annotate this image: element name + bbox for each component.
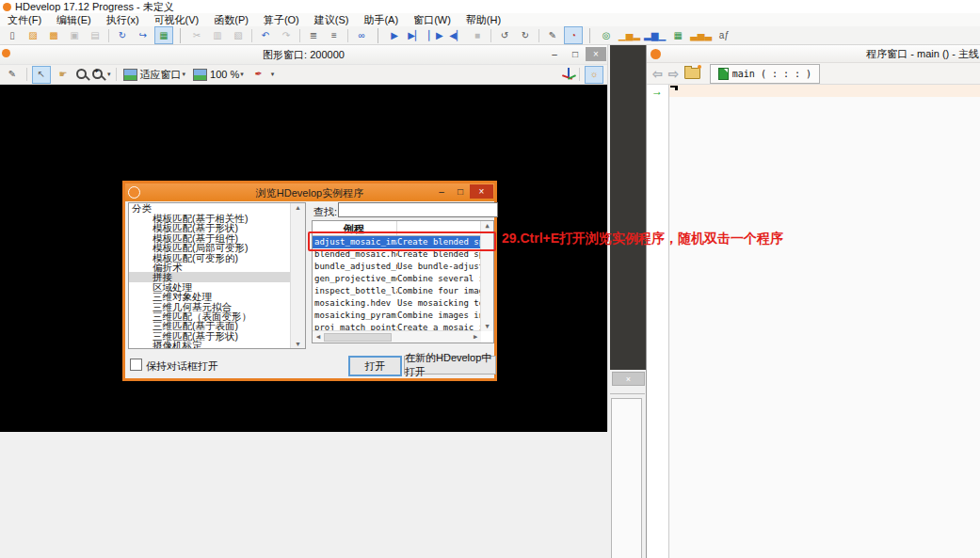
table-row-selected[interactable]: adjust_mosaic_ima… Create blended sphe… <box>313 236 493 248</box>
cursor-tool-icon[interactable]: ↖ <box>32 66 51 84</box>
fit-mode-combo[interactable]: 适应窗口 ▾ <box>120 66 190 83</box>
scroll-down-icon[interactable]: ▼ <box>481 323 493 330</box>
menu-file[interactable]: 文件(F) <box>0 13 49 26</box>
reset-program-icon[interactable]: ↺ <box>495 26 514 44</box>
tab-main[interactable]: main ( : : : ) <box>710 64 820 84</box>
category-item[interactable]: 三维对象处理 <box>129 292 305 301</box>
toolbar-separator <box>589 28 590 43</box>
maximize-button[interactable]: □ <box>565 47 586 61</box>
menu-procedures[interactable]: 函数(P) <box>206 13 256 26</box>
scroll-left-icon[interactable]: ◀ <box>313 333 323 341</box>
zoom-window-icon[interactable]: ▦ <box>668 26 687 44</box>
copy-icon[interactable]: ▥ <box>208 26 227 44</box>
magnify-tool-icon[interactable] <box>74 67 89 82</box>
editor-gutter[interactable]: → <box>647 85 669 558</box>
graphics-window-titlebar[interactable]: 图形窗口: 200000 – □ × <box>0 45 607 65</box>
table-row[interactable]: mosaicking.hdev Use mosaicking to m… <box>313 297 493 310</box>
edit-mode-icon[interactable]: ✎ <box>543 26 562 44</box>
back-icon[interactable]: ⇦ <box>652 67 663 81</box>
scroll-right-icon[interactable]: ▶ <box>471 333 480 341</box>
capture-window-icon[interactable]: ▦ <box>154 26 173 44</box>
scroll-down-icon[interactable]: ▼ <box>291 341 305 347</box>
chevron-down-icon[interactable]: ▾ <box>271 71 275 78</box>
lighting-tool-icon[interactable]: ☼ <box>585 66 603 84</box>
close-button[interactable]: × <box>586 47 606 61</box>
table-row[interactable]: bundle_adjusted_m… Use bundle-adjusted <box>313 261 493 273</box>
export-icon[interactable]: ↻ <box>113 26 132 44</box>
reset-execution-icon[interactable]: ↻ <box>516 26 535 44</box>
step-out-icon[interactable]: ◀▏ <box>447 26 466 44</box>
scroll-up-icon[interactable]: ▲ <box>291 204 305 211</box>
minimize-button[interactable]: – <box>544 47 565 61</box>
inspect-image-icon[interactable]: ◎ <box>597 26 616 44</box>
color-tool-icon[interactable]: ✒ <box>249 66 268 84</box>
font-viewer-icon[interactable]: aƒ <box>715 26 733 44</box>
program-window-titlebar[interactable]: 程序窗口 - main () - 主线 <box>647 45 980 63</box>
menu-visualization[interactable]: 可视化(V) <box>147 13 207 26</box>
zoom-level-combo[interactable]: 100 % ▾ <box>190 66 248 83</box>
table-row[interactable]: mosaicking_pyrami… Combine images into <box>313 310 493 322</box>
pan-tool-icon[interactable]: ☛ <box>54 66 72 84</box>
open-procedure-icon[interactable] <box>684 68 700 79</box>
scrollbar-thumb[interactable] <box>324 333 392 342</box>
open-file-icon[interactable]: ▨ <box>24 26 42 44</box>
table-row[interactable]: inspect_bottle_la… Combine four images <box>313 285 493 297</box>
menu-help[interactable]: 帮助(H) <box>458 13 508 26</box>
cut-icon[interactable]: ✂ <box>187 26 206 44</box>
panel-close-button[interactable]: × <box>612 372 645 386</box>
table-row[interactable]: gen_projective_mo… Combine several ima… <box>313 273 493 285</box>
example-desc: Combine four images <box>397 285 493 297</box>
draw-tool-icon[interactable]: ✎ <box>3 66 22 84</box>
3d-axis-icon[interactable] <box>560 67 575 82</box>
paste-icon[interactable]: ▧ <box>229 26 248 44</box>
example-table[interactable]: 例程 adjust_mosaic_ima… Create blended sph… <box>312 220 494 343</box>
example-desc: Create blended sphe… <box>397 248 493 261</box>
print-icon[interactable]: ▤ <box>86 26 104 44</box>
forward-icon[interactable]: ⇨ <box>668 67 679 81</box>
menu-window[interactable]: 窗口(W) <box>406 13 458 26</box>
step-over-icon[interactable]: ▶▏ <box>406 26 425 44</box>
redo-icon[interactable]: ↷ <box>277 26 296 44</box>
dialog-titlebar[interactable]: 浏览HDevelop实例程序 – □ × <box>125 183 494 201</box>
scroll-up-icon[interactable]: ▲ <box>481 222 493 230</box>
stop-icon[interactable]: ■ <box>468 26 487 44</box>
chevron-down-icon[interactable]: ▾ <box>107 71 111 78</box>
code-editor[interactable]: → <box>647 85 980 558</box>
menu-operators[interactable]: 算子(O) <box>256 13 307 26</box>
menu-edit[interactable]: 编辑(E) <box>49 13 99 26</box>
find-icon[interactable]: ∞ <box>352 26 371 44</box>
keep-dialog-open-checkbox[interactable] <box>130 359 142 371</box>
run-script-icon[interactable]: ↪ <box>134 26 153 44</box>
category-item[interactable]: 模板匹配(局部可变形) <box>129 243 305 252</box>
menu-execute[interactable]: 执行(x) <box>99 13 147 26</box>
scrollbar-horizontal[interactable]: ◀ ▶ <box>313 330 481 343</box>
column-header-example[interactable]: 例程 <box>313 222 395 236</box>
new-file-icon[interactable]: ▯ <box>3 26 22 44</box>
maximize-button[interactable]: □ <box>451 184 470 199</box>
menu-assistants[interactable]: 助手(A) <box>356 13 406 26</box>
open-button[interactable]: 打开 <box>348 356 402 376</box>
save-icon[interactable]: ▣ <box>65 26 84 44</box>
category-tree[interactable]: 分类 模板匹配(基于相关性) 模板匹配(基于形状) 模板匹配(基于组件) 模板匹… <box>128 202 306 349</box>
undo-icon[interactable]: ↶ <box>256 26 275 44</box>
category-item[interactable]: 摄像机标定 <box>129 341 305 349</box>
table-row[interactable]: blended_mosaic.hdev Create blended sphe… <box>313 248 493 261</box>
table-header[interactable]: 例程 <box>313 221 493 236</box>
feature-inspect-icon[interactable]: ▃▅▃ <box>689 26 713 44</box>
scrollbar-vertical[interactable]: ▲ ▼ <box>480 221 493 331</box>
menu-suggestions[interactable]: 建议(S) <box>307 13 357 26</box>
profiler-icon[interactable]: ◔ <box>564 26 583 44</box>
run-icon[interactable]: ▶ <box>385 26 404 44</box>
gray-histogram-icon[interactable]: ▁▅▂ <box>618 26 641 44</box>
step-into-icon[interactable]: ▏▶ <box>426 26 445 44</box>
comment-icon[interactable]: ≣ <box>304 26 323 44</box>
uncomment-icon[interactable]: ≡ <box>325 26 344 44</box>
feature-histogram-icon[interactable]: ▂▆▁ <box>643 26 667 44</box>
zoom-tool-icon[interactable]: + <box>90 67 105 82</box>
minimize-button[interactable]: – <box>432 184 451 199</box>
open-in-new-hdevelop-button[interactable]: 在新的HDevelop中打开 <box>404 356 496 375</box>
search-input[interactable] <box>338 202 498 217</box>
scrollbar-vertical[interactable]: ▲ ▼ <box>290 203 305 348</box>
close-icon[interactable]: × <box>470 184 493 199</box>
open-image-icon[interactable]: ▩ <box>44 26 63 44</box>
